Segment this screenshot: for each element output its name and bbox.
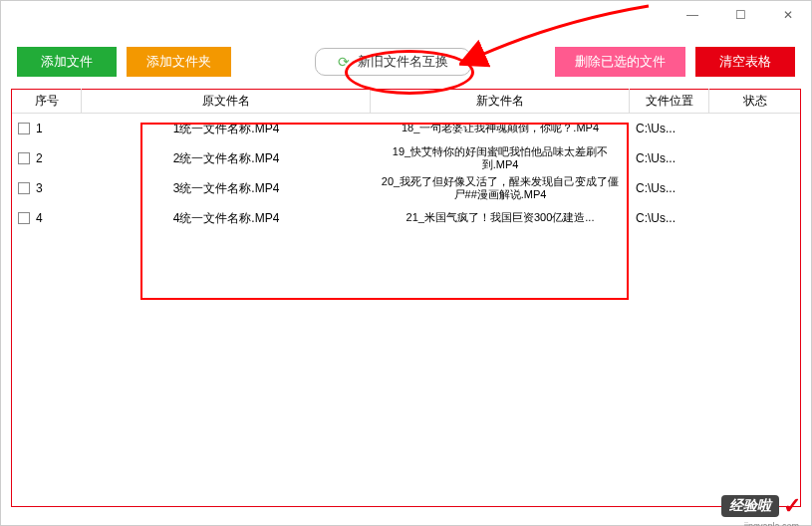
clear-table-button[interactable]: 清空表格 bbox=[695, 47, 795, 77]
new-name: 18_一句老婆让我神魂颠倒，你呢？.MP4 bbox=[371, 114, 630, 143]
path: C:\Us... bbox=[630, 120, 709, 137]
table-row[interactable]: 1 1统一文件名称.MP4 18_一句老婆让我神魂颠倒，你呢？.MP4 C:\U… bbox=[12, 114, 800, 143]
th-path: 文件位置 bbox=[630, 89, 709, 114]
toolbar: 添加文件 添加文件夹 ⟳ 新旧文件名互换 删除已选的文件 清空表格 bbox=[1, 43, 811, 81]
old-name: 2统一文件名称.MP4 bbox=[82, 148, 371, 169]
path: C:\Us... bbox=[630, 179, 709, 197]
table-header: 序号 原文件名 新文件名 文件位置 状态 bbox=[12, 90, 800, 114]
table-row[interactable]: 2 2统一文件名称.MP4 19_快艾特你的好闺蜜吧我怕他品味太差刷不到.MP4… bbox=[12, 143, 800, 173]
path: C:\Us... bbox=[630, 149, 709, 167]
titlebar: — ☐ ✕ bbox=[1, 1, 811, 29]
watermark-url: jingyanla.com bbox=[744, 521, 799, 526]
old-name: 1统一文件名称.MP4 bbox=[82, 119, 371, 139]
maximize-button[interactable]: ☐ bbox=[725, 3, 755, 27]
check-icon: ✓ bbox=[783, 493, 801, 519]
seq: 2 bbox=[36, 151, 43, 165]
checkbox[interactable] bbox=[18, 152, 30, 164]
th-old: 原文件名 bbox=[82, 89, 371, 114]
checkbox[interactable] bbox=[18, 182, 30, 194]
file-table: 序号 原文件名 新文件名 文件位置 状态 1 1统一文件名称.MP4 18_一句… bbox=[11, 89, 801, 507]
minimize-button[interactable]: — bbox=[677, 3, 707, 27]
seq: 3 bbox=[36, 181, 43, 195]
seq: 4 bbox=[36, 211, 43, 225]
new-name: 20_我死了但好像又活了，醒来发现自己变成了僵尸##漫画解说.MP4 bbox=[371, 173, 630, 203]
checkbox[interactable] bbox=[18, 123, 30, 134]
table-row[interactable]: 4 4统一文件名称.MP4 21_米国气疯了！我国巨资300亿建造... C:\… bbox=[12, 203, 800, 233]
new-name: 21_米国气疯了！我国巨资300亿建造... bbox=[371, 203, 630, 233]
table-row[interactable]: 3 3统一文件名称.MP4 20_我死了但好像又活了，醒来发现自己变成了僵尸##… bbox=[12, 173, 800, 203]
delete-selected-button[interactable]: 删除已选的文件 bbox=[555, 47, 685, 77]
new-name: 19_快艾特你的好闺蜜吧我怕他品味太差刷不到.MP4 bbox=[371, 143, 630, 173]
checkbox[interactable] bbox=[18, 212, 30, 224]
refresh-icon: ⟳ bbox=[338, 54, 350, 70]
status bbox=[709, 186, 800, 190]
add-folder-button[interactable]: 添加文件夹 bbox=[127, 47, 231, 77]
th-status: 状态 bbox=[709, 89, 800, 114]
seq: 1 bbox=[36, 122, 43, 135]
swap-label: 新旧文件名互换 bbox=[358, 53, 448, 71]
old-name: 3统一文件名称.MP4 bbox=[82, 178, 371, 199]
watermark-text: 经验啦 bbox=[721, 495, 779, 517]
old-name: 4统一文件名称.MP4 bbox=[82, 208, 371, 229]
th-seq: 序号 bbox=[12, 89, 82, 114]
path: C:\Us... bbox=[630, 209, 709, 227]
app-window: — ☐ ✕ 添加文件 添加文件夹 ⟳ 新旧文件名互换 删除已选的文件 清空表格 … bbox=[0, 0, 812, 526]
add-file-button[interactable]: 添加文件 bbox=[17, 47, 117, 77]
watermark: 经验啦 ✓ bbox=[721, 493, 801, 519]
close-button[interactable]: ✕ bbox=[773, 3, 803, 27]
status bbox=[709, 156, 800, 160]
status bbox=[709, 216, 800, 220]
status bbox=[709, 127, 800, 131]
swap-names-button[interactable]: ⟳ 新旧文件名互换 bbox=[315, 48, 471, 76]
th-new: 新文件名 bbox=[371, 89, 630, 114]
